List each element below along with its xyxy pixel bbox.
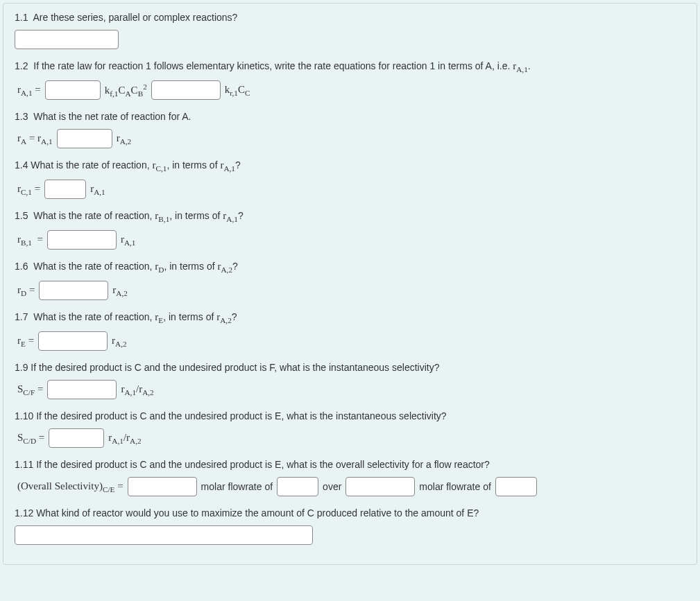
question-num: 1.10	[15, 410, 33, 421]
question-text: 1.5 What is the rate of reaction, rB,1, …	[15, 210, 685, 223]
mid-1-11b: over	[323, 481, 341, 492]
question-text: 1.10 If the desired product is C and the…	[15, 410, 685, 421]
qmark: ?	[232, 311, 237, 322]
lhs-1-9: SC/F =	[17, 383, 43, 397]
var-rB1: rB,1	[155, 210, 169, 221]
question-body: Are these series, parallel or complex re…	[33, 12, 237, 23]
answer-line: rC,1 = rA,1	[15, 180, 685, 199]
answer-input-1-11b[interactable]	[277, 477, 318, 496]
question-num: 1.5	[15, 210, 28, 221]
question-num: 1.9	[15, 362, 28, 373]
mid-1-11c: molar flowrate of	[419, 481, 490, 492]
answer-input-1-6[interactable]	[39, 281, 108, 300]
mid-1-2a: kf,1CACB2	[105, 82, 147, 98]
mid-1-11a: molar flowrate of	[201, 481, 273, 492]
question-body: What is the rate of reaction,	[31, 159, 152, 171]
answer-line: SC/F = rA,1/rA,2	[15, 380, 685, 399]
rhs-1-4: rA,1	[90, 183, 105, 196]
answer-input-1-3[interactable]	[57, 129, 112, 148]
var-rC1: rC,1	[152, 159, 167, 171]
lhs-1-6: rD =	[17, 284, 35, 297]
answer-input-1-11c[interactable]	[345, 477, 415, 496]
answer-input-1-11d[interactable]	[495, 477, 537, 496]
question-num: 1.1	[15, 12, 28, 23]
rhs-1-9: rA,1/rA,2	[121, 383, 153, 397]
question-1-9: 1.9 If the desired product is C and the …	[15, 362, 685, 399]
question-num: 1.4	[15, 159, 28, 171]
var-rE: rE	[155, 311, 163, 322]
answer-input-1-12[interactable]	[15, 525, 313, 545]
text2: , in terms of	[163, 311, 216, 322]
question-text: 1.4 What is the rate of reaction, rC,1, …	[15, 159, 685, 173]
question-num: 1.11	[15, 459, 33, 470]
answer-line	[15, 525, 685, 545]
question-text: 1.12 What kind of reactor would you use …	[15, 507, 685, 519]
var-rD: rD	[155, 261, 164, 272]
lhs-1-7: rE =	[17, 335, 34, 348]
answer-line: rA,1 = kf,1CACB2 kr,1CC	[15, 80, 685, 100]
rhs-1-3: rA,2	[117, 132, 132, 146]
question-text: 1.6 What is the rate of reaction, rD, in…	[15, 261, 685, 274]
qmark: ?	[232, 261, 238, 272]
text2: , in terms of	[167, 159, 220, 171]
lhs-1-3: rA = rA,1	[17, 132, 53, 146]
lhs-1-4: rC,1 =	[17, 183, 40, 196]
question-body: If the desired product is C and the unde…	[31, 362, 439, 373]
question-body: What is the net rate of reaction for A.	[33, 111, 191, 122]
text2: , in terms of	[169, 210, 223, 221]
answer-input-1-4[interactable]	[44, 180, 86, 199]
question-1-2: 1.2 If the rate law for reaction 1 follo…	[15, 60, 685, 100]
answer-input-1-1[interactable]	[15, 30, 119, 49]
answer-input-1-2b[interactable]	[151, 80, 221, 100]
answer-input-1-2a[interactable]	[45, 80, 101, 100]
rhs-1-7: rA,2	[112, 335, 127, 348]
lhs-1-5: rB,1 =	[17, 234, 43, 247]
question-text: 1.11 If the desired product is C and the…	[15, 459, 685, 470]
lhs-1-11: (Overall Selectivity)C/E =	[17, 480, 123, 494]
mid-1-2b: kr,1CC	[225, 84, 250, 97]
question-num: 1.12	[15, 507, 33, 519]
answer-input-1-5[interactable]	[47, 230, 117, 250]
question-1-6: 1.6 What is the rate of reaction, rD, in…	[15, 261, 685, 300]
answer-line: SC/D = rA,1/rA,2	[15, 428, 685, 448]
question-body: If the desired product is C and the unde…	[36, 410, 446, 421]
lhs-1-2: rA,1 =	[17, 84, 41, 97]
question-num: 1.2	[15, 60, 28, 71]
question-1-10: 1.10 If the desired product is C and the…	[15, 410, 685, 448]
question-text: 1.2 If the rate law for reaction 1 follo…	[15, 60, 685, 73]
var-rA2: rA,2	[218, 261, 233, 272]
qmark: ?	[238, 210, 244, 221]
answer-line: rE = rA,2	[15, 331, 685, 351]
question-text: 1.9 If the desired product is C and the …	[15, 362, 685, 373]
lhs-1-10: SC/D =	[17, 432, 44, 445]
answer-line: rA = rA,1 rA,2	[15, 129, 685, 148]
answer-input-1-9[interactable]	[47, 380, 117, 399]
question-body: If the rate law for reaction 1 follows e…	[33, 60, 513, 71]
question-text: 1.1 Are these series, parallel or comple…	[15, 12, 685, 23]
answer-line: (Overall Selectivity)C/E = molar flowrat…	[15, 477, 685, 496]
question-1-12: 1.12 What kind of reactor would you use …	[15, 507, 685, 545]
answer-input-1-11a[interactable]	[128, 477, 197, 496]
answer-input-1-10[interactable]	[49, 428, 104, 448]
qmark: ?	[235, 159, 241, 171]
question-body: If the desired product is C and the unde…	[36, 459, 490, 470]
rhs-1-5: rA,1	[121, 234, 136, 247]
rhs-1-10: rA,1/rA,2	[108, 432, 141, 445]
question-body: What is the rate of reaction,	[33, 311, 155, 322]
var-rA2: rA,2	[216, 311, 232, 322]
answer-line: rD = rA,2	[15, 281, 685, 300]
answer-line	[15, 30, 685, 49]
question-1-11: 1.11 If the desired product is C and the…	[15, 459, 685, 496]
question-body: What is the rate of reaction,	[33, 210, 155, 221]
question-num: 1.7	[15, 311, 28, 322]
question-1-1: 1.1 Are these series, parallel or comple…	[15, 12, 685, 49]
question-text: 1.7 What is the rate of reaction, rE, in…	[15, 311, 685, 324]
question-body: What is the rate of reaction,	[33, 261, 155, 272]
question-1-3: 1.3 What is the net rate of reaction for…	[15, 111, 685, 148]
question-1-7: 1.7 What is the rate of reaction, rE, in…	[15, 311, 685, 351]
answer-input-1-7[interactable]	[38, 331, 108, 351]
text2: , in terms of	[164, 261, 217, 272]
var-rA1: rA,1	[220, 159, 235, 171]
var-rA1: rA,1	[223, 210, 238, 221]
var-rA1: rA,1	[513, 60, 528, 71]
